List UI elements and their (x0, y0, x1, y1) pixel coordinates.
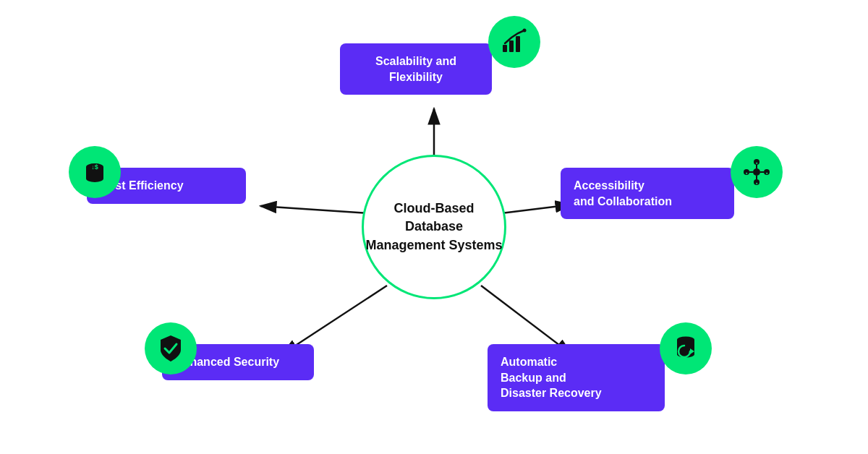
svg-line-3 (260, 206, 369, 213)
svg-text:↓$: ↓$ (91, 163, 98, 171)
icon-cost: ↓$ (69, 146, 121, 198)
diagram-container: Cloud-Based Database Management Systems … (0, 0, 868, 454)
svg-rect-15 (86, 173, 103, 179)
center-title: Cloud-Based Database Management Systems (364, 200, 504, 254)
database-icon (670, 333, 702, 364)
svg-rect-7 (503, 45, 507, 52)
icon-security (145, 322, 197, 374)
chart-icon (500, 27, 529, 56)
svg-text:●: ● (765, 171, 767, 175)
icon-accessibility: ● ● ● ● (731, 146, 783, 198)
scalability-label: Scalability andFlexibility (375, 55, 456, 83)
coins-icon: ↓$ (80, 157, 110, 187)
node-accessibility: Accessibilityand Collaboration (561, 168, 734, 219)
node-scalability: Scalability andFlexibility (340, 43, 492, 95)
node-backup: AutomaticBackup andDisaster Recovery (488, 344, 665, 411)
svg-text:●: ● (745, 171, 747, 175)
shield-icon (155, 333, 187, 364)
svg-point-10 (523, 29, 527, 33)
svg-point-17 (753, 168, 760, 176)
icon-backup (660, 322, 712, 374)
backup-label: AutomaticBackup andDisaster Recovery (501, 356, 602, 399)
icon-scalability (488, 16, 540, 68)
svg-text:●: ● (755, 160, 757, 165)
center-circle: Cloud-Based Database Management Systems (362, 155, 506, 299)
svg-rect-9 (516, 36, 520, 52)
svg-rect-8 (509, 40, 514, 52)
svg-text:●: ● (755, 181, 757, 185)
network-icon: ● ● ● ● (741, 156, 773, 188)
accessibility-label: Accessibilityand Collaboration (574, 179, 672, 207)
